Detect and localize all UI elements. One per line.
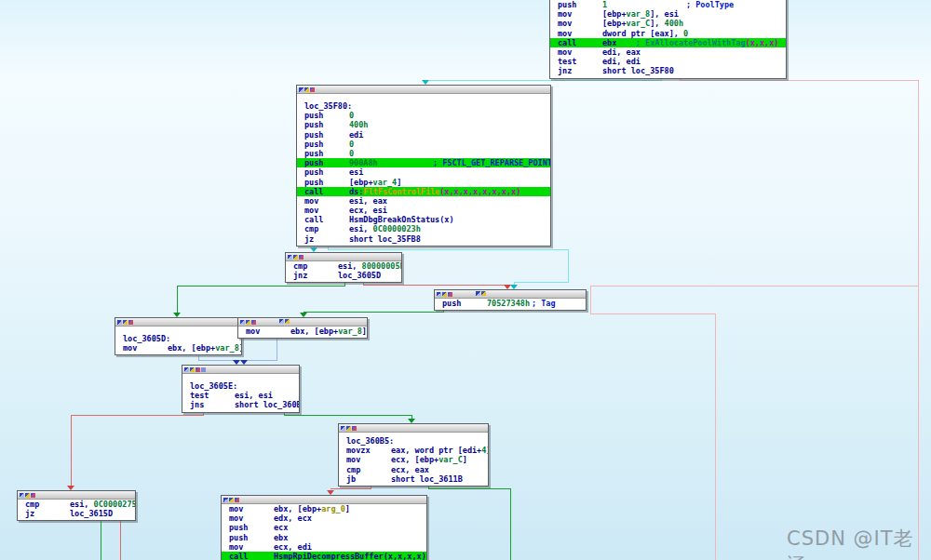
node-group-icon[interactable] — [448, 292, 452, 297]
asm-line[interactable]: movecx, esi — [297, 206, 550, 215]
node-group-icon[interactable] — [223, 498, 228, 502]
node-group-icon[interactable] — [240, 320, 245, 325]
asm-line[interactable]: mov[ebp+var_8], esi — [550, 9, 786, 19]
graph-node-loc_3605D[interactable]: loc_3605D:movebx, [ebp+var_8] — [115, 317, 242, 355]
node-title-bar[interactable] — [297, 86, 550, 94]
node-group-icon[interactable] — [304, 87, 309, 92]
node-title-bar[interactable] — [286, 253, 401, 261]
asm-line[interactable]: jnzshort loc_35F80 — [550, 66, 786, 75]
asm-line[interactable]: movzxeax, word ptr [edi+4] — [339, 446, 488, 455]
node-group-icon[interactable] — [299, 87, 304, 92]
asm-line[interactable]: jbshort loc_3611B — [339, 474, 488, 484]
graph-node-branch-80000005[interactable]: cmpesi, 80000005hjnzloc_3605D — [285, 252, 402, 283]
asm-line[interactable]: cmpecx, eax — [339, 465, 488, 474]
asm-line[interactable]: cmpesi, 80000005h — [286, 261, 401, 271]
graph-node-mov-ebx-var8[interactable]: movebx, [ebp+var_8] — [237, 317, 368, 339]
asm-line[interactable]: movecx, [ebp+var_C] — [339, 455, 488, 464]
block-label: loc_35F80: — [304, 101, 352, 111]
node-group-icon[interactable] — [196, 367, 200, 372]
asm-line[interactable]: movebx, [ebp+var_8] — [115, 343, 241, 353]
asm-line[interactable]: testedi, edi — [550, 57, 786, 66]
asm-line[interactable]: movedi, eax — [550, 47, 786, 57]
asm-line[interactable]: movesi, eax — [297, 196, 550, 206]
node-group-icon[interactable] — [346, 426, 351, 431]
node-title-bar[interactable] — [18, 491, 135, 500]
node-title-bar[interactable] — [435, 290, 586, 299]
asm-line[interactable]: jnsshort loc_360B5 — [182, 400, 299, 409]
node-group-icon[interactable] — [352, 426, 357, 431]
node-group-icon[interactable] — [310, 87, 315, 92]
asm-line[interactable]: push1; PoolType — [550, 0, 786, 9]
asm-line[interactable]: movebx, [ebp+arg_0] — [222, 504, 426, 513]
asm-line[interactable]: push900A8h; FSCTL_GET_REPARSE_POINT — [297, 158, 550, 167]
node-group-icon[interactable] — [442, 292, 447, 297]
node-group-icon[interactable] — [285, 319, 290, 324]
node-group-icon[interactable] — [235, 498, 239, 502]
graph-node-branch-C0000275[interactable]: cmpesi, 0C0000275hjzloc_3615D — [17, 490, 136, 521]
asm-line[interactable]: push400h — [297, 120, 550, 129]
node-group-icon[interactable] — [31, 493, 35, 498]
node-title-bar[interactable] — [222, 496, 426, 504]
node-group-icon[interactable] — [184, 367, 189, 372]
node-title-bar[interactable] — [115, 318, 241, 327]
node-group-icon[interactable] — [437, 292, 441, 297]
node-group-icon[interactable] — [201, 367, 206, 372]
asm-line[interactable]: cmpesi, 0C0000023h — [297, 224, 550, 233]
node-group-icon[interactable] — [246, 320, 250, 325]
node-group-icon[interactable] — [117, 320, 122, 325]
asm-line[interactable]: movdword ptr [eax], 0 — [550, 29, 786, 38]
graph-node-loc_35F80[interactable]: loc_35F80:push0push400hpushedipush0push0… — [296, 85, 551, 247]
asm-line[interactable]: jzshort loc_35FB8 — [297, 234, 550, 244]
node-group-icon[interactable] — [279, 319, 284, 324]
graph-view[interactable]: push1; PoolTypemov[ebp+var_8], esimov[eb… — [0, 0, 931, 560]
node-group-icon[interactable] — [251, 320, 256, 325]
node-group-icon[interactable] — [293, 255, 298, 260]
asm-line[interactable]: push70527348h; Tag — [435, 299, 586, 308]
node-title-bar[interactable] — [182, 366, 299, 374]
asm-line[interactable]: mov[ebp+var_C], 400h — [550, 19, 786, 28]
graph-node-entry-block[interactable]: push1; PoolTypemov[ebp+var_8], esimov[eb… — [549, 0, 787, 79]
asm-line[interactable]: testesi, esi — [182, 391, 299, 400]
asm-line[interactable]: callHsmDbgBreakOnStatus(x) — [297, 215, 550, 224]
asm-line[interactable]: jzloc_3615D — [18, 509, 135, 518]
asm-line[interactable]: push0 — [297, 111, 550, 120]
graph-node-decompress-call[interactable]: movebx, [ebp+arg_0]movedx, ecxpushecxpus… — [221, 495, 427, 560]
asm-line[interactable]: movecx, edi — [222, 542, 426, 552]
asm-line[interactable]: push0 — [297, 149, 550, 158]
node-group-icon[interactable] — [123, 320, 128, 325]
node-group-icon[interactable] — [25, 493, 30, 498]
asm-line[interactable]: pushecx — [222, 523, 426, 532]
asm-line[interactable]: pushedi — [297, 130, 550, 140]
asm-line[interactable]: callHsmpRpiDecompressBuffer(x,x,x,x) — [222, 552, 426, 560]
asm-label-line[interactable]: loc_3605D: — [115, 334, 241, 343]
asm-line[interactable]: pushesi — [297, 167, 550, 177]
asm-line[interactable]: movebx, [ebp+var_8] — [238, 327, 367, 336]
asm-label-line[interactable]: loc_35F80: — [297, 101, 550, 111]
asm-line[interactable]: pushebx — [222, 533, 426, 542]
node-group-icon[interactable] — [288, 255, 292, 260]
asm-line[interactable]: cmpesi, 0C0000275h — [18, 500, 135, 509]
node-group-icon[interactable] — [128, 320, 133, 325]
node-title-bar[interactable] — [238, 318, 367, 327]
node-group-icon[interactable] — [476, 291, 480, 296]
operand: edi, edi — [602, 57, 641, 66]
node-group-icon[interactable] — [229, 498, 234, 502]
node-group-icon[interactable] — [299, 255, 304, 260]
node-group-icon[interactable] — [190, 367, 195, 372]
node-group-icon[interactable] — [20, 493, 24, 498]
node-group-icon[interactable] — [481, 291, 486, 296]
asm-line[interactable]: push0 — [297, 140, 550, 149]
asm-label-line[interactable]: loc_3605E: — [182, 381, 299, 391]
graph-node-loc_3605E[interactable]: loc_3605E:testesi, esijnsshort loc_360B5 — [182, 365, 300, 413]
asm-line[interactable]: push[ebp+var_4] — [297, 178, 550, 187]
graph-node-loc_360B5[interactable]: loc_360B5:movzxeax, word ptr [edi+4]move… — [338, 423, 489, 487]
asm-line[interactable]: callds:FltFsControlFile(x,x,x,x,x,x,x,x) — [297, 187, 550, 196]
asm-line[interactable]: callebx ; ExAllocatePoolWithTag(x,x,x) — [550, 38, 786, 47]
mnemonic: cmp — [293, 261, 338, 271]
node-title-bar[interactable] — [339, 424, 488, 433]
asm-label-line[interactable]: loc_360B5: — [339, 436, 488, 446]
graph-node-loc_35FB8-tag-push[interactable]: push70527348h; Tag — [434, 289, 587, 311]
asm-line[interactable]: jnzloc_3605D — [286, 271, 401, 280]
node-group-icon[interactable] — [341, 426, 345, 431]
asm-line[interactable]: movedx, ecx — [222, 513, 426, 523]
